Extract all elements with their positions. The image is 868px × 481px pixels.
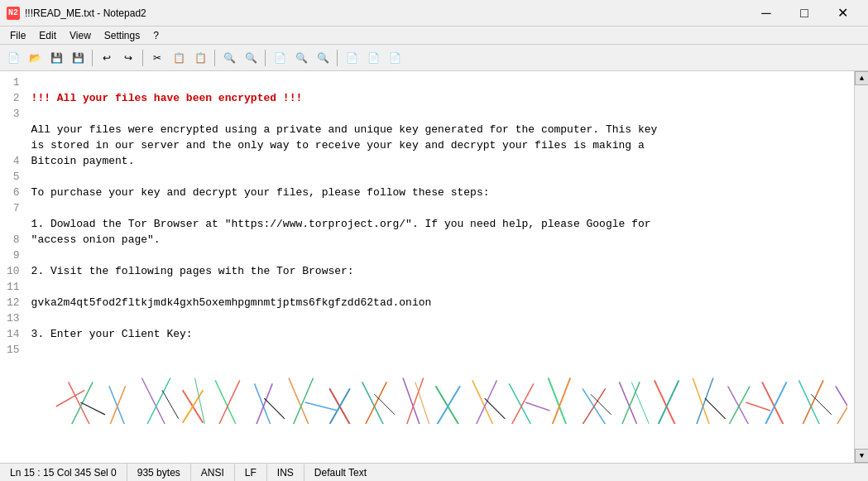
- tb-find[interactable]: 🔍: [219, 48, 239, 68]
- line-3c-text: Bitcoin payment.: [31, 155, 135, 167]
- toolbar-separator-1: [92, 50, 93, 66]
- svg-line-13: [289, 378, 314, 424]
- toolbar-separator-3: [214, 50, 215, 66]
- svg-line-50: [705, 398, 726, 419]
- svg-line-4: [142, 378, 171, 424]
- menu-view[interactable]: View: [63, 28, 98, 43]
- line-7-text: 1. Dowload the Tor Browser at "https://w…: [31, 218, 651, 230]
- status-position: Ln 15 : 15 Col 345 Sel 0: [0, 464, 127, 481]
- status-size: 935 bytes: [127, 464, 191, 481]
- tb-undo[interactable]: ↩: [97, 48, 117, 68]
- svg-line-54: [305, 402, 338, 411]
- svg-line-12: [289, 378, 314, 424]
- status-line-ending: LF: [235, 464, 267, 481]
- status-bar: Ln 15 : 15 Col 345 Sel 0 935 bytes ANSI …: [0, 463, 868, 481]
- scroll-up-button[interactable]: ▲: [855, 71, 868, 85]
- editor-content[interactable]: !!! All your files have been encrypted !…: [25, 71, 854, 463]
- vertical-scrollbar[interactable]: ▲ ▼: [854, 71, 868, 463]
- tb-save[interactable]: 💾: [46, 48, 66, 68]
- line-3b-text: is stored in our server and the only way…: [31, 139, 645, 152]
- svg-line-48: [485, 398, 506, 419]
- toolbar: 📄 📂 💾 💾 ↩ ↪ ✂ 📋 📋 🔍 🔍 📄 🔍 🔍 📄 📄 📄: [0, 45, 868, 71]
- menu-bar: File Edit View Settings ?: [0, 26, 868, 45]
- line-1-text: !!! All your files have been encrypted !…: [31, 92, 303, 104]
- line-7b-text: "access onion page".: [31, 233, 161, 246]
- menu-edit[interactable]: Edit: [32, 28, 63, 43]
- line-11-text: gvka2m4qt5fod2fltkjmdk4gxh5oxemhpgmnmtjp…: [31, 296, 432, 309]
- window-controls: ─ □ ✕: [747, 0, 861, 26]
- tb-zoom-in[interactable]: 🔍: [291, 48, 311, 68]
- menu-settings[interactable]: Settings: [98, 28, 146, 43]
- svg-line-52: [56, 390, 85, 406]
- tb-open[interactable]: 📂: [25, 48, 45, 68]
- svg-line-43: [836, 386, 847, 424]
- line-9-text: 2. Visit the following pages with the To…: [31, 265, 354, 277]
- title-bar: N2 !!!READ_ME.txt - Notepad2 ─ □ ✕: [0, 0, 868, 26]
- tb-copy[interactable]: 📋: [169, 48, 189, 68]
- svg-line-45: [162, 390, 179, 419]
- window-title: !!!READ_ME.txt - Notepad2: [25, 7, 747, 19]
- tb-new[interactable]: 📄: [3, 48, 23, 68]
- tb-paste[interactable]: 📋: [190, 48, 210, 68]
- line-numbers: 1 2 3 4 5 6 7 8 9 10 11 12 13 14 15: [0, 71, 25, 463]
- menu-help[interactable]: ?: [146, 28, 165, 43]
- scroll-down-button[interactable]: ▼: [855, 449, 868, 463]
- menu-file[interactable]: File: [3, 28, 32, 43]
- encrypted-key-visual: [31, 358, 847, 424]
- tb-redo[interactable]: ↪: [118, 48, 138, 68]
- line-5-text: To purchase your key and decrypt your fi…: [31, 186, 490, 199]
- close-button[interactable]: ✕: [823, 0, 861, 26]
- line-13-text: 3. Enter your Client Key:: [31, 328, 193, 340]
- maximize-button[interactable]: □: [785, 0, 823, 26]
- tb-extra[interactable]: 📄: [385, 48, 405, 68]
- status-mode: INS: [267, 464, 305, 481]
- tb-save2[interactable]: 💾: [68, 48, 88, 68]
- toolbar-separator-2: [142, 50, 143, 66]
- tb-cut[interactable]: ✂: [147, 48, 167, 68]
- status-style: Default Text: [305, 464, 376, 481]
- scroll-track[interactable]: [855, 85, 868, 449]
- toolbar-separator-4: [265, 50, 266, 66]
- line-3-text: All your files were encrypted using a pr…: [31, 123, 658, 136]
- svg-line-5: [142, 378, 171, 424]
- svg-line-49: [591, 394, 611, 415]
- status-encoding: ANSI: [191, 464, 235, 481]
- svg-line-58: [746, 402, 771, 411]
- tb-settings[interactable]: 📄: [363, 48, 383, 68]
- svg-line-56: [525, 402, 550, 411]
- tb-findnext[interactable]: 🔍: [241, 48, 261, 68]
- tb-zoom-out[interactable]: 🔍: [313, 48, 333, 68]
- tb-select[interactable]: 📄: [270, 48, 290, 68]
- app-icon: N2: [7, 7, 20, 20]
- tb-wrap[interactable]: 📄: [342, 48, 362, 68]
- encrypted-key-svg: [44, 373, 847, 424]
- minimize-button[interactable]: ─: [747, 0, 785, 26]
- toolbar-separator-5: [337, 50, 338, 66]
- editor-container: 1 2 3 4 5 6 7 8 9 10 11 12 13 14 15 !!! …: [0, 71, 868, 463]
